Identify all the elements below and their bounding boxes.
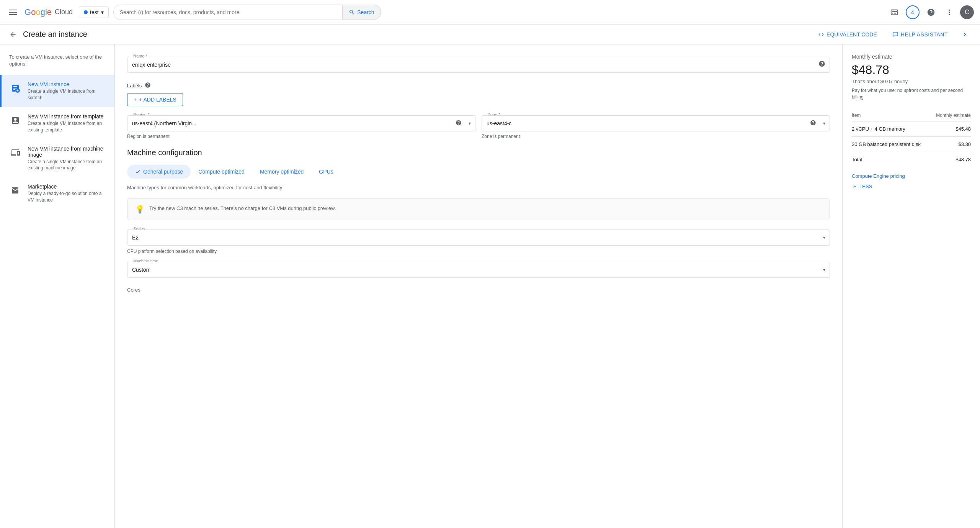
project-name: test bbox=[90, 9, 99, 15]
tab-gpus[interactable]: GPUs bbox=[311, 165, 341, 179]
sidebar-item-vm-template-title: New VM instance from template bbox=[28, 113, 105, 120]
more-vert-icon bbox=[945, 8, 954, 16]
sidebar-item-marketplace[interactable]: Marketplace Deploy a ready-to-go solutio… bbox=[0, 177, 114, 210]
pricing-total-cost: $48.78 bbox=[931, 152, 971, 167]
machine-tabs: General purpose Compute optimized Memory… bbox=[127, 165, 830, 179]
zone-field: Zone * us-east4-c ▾ bbox=[482, 115, 830, 139]
sidebar-item-vm-image-desc: Create a single VM instance from an exis… bbox=[28, 159, 105, 172]
pricing-row-1-cost: $3.30 bbox=[931, 136, 971, 152]
series-field-wrapper: Series E2 ▾ bbox=[127, 230, 830, 246]
region-info-icon[interactable] bbox=[456, 120, 462, 127]
pricing-panel: Monthly estimate $48.78 That's about $0.… bbox=[842, 44, 980, 528]
terminal-icon-button[interactable] bbox=[887, 5, 902, 20]
code-icon bbox=[818, 31, 824, 38]
vm-template-icon bbox=[9, 114, 21, 126]
sidebar-item-new-vm[interactable]: + New VM instance Create a single VM ins… bbox=[0, 75, 114, 107]
search-button-label: Search bbox=[357, 9, 374, 15]
pricing-table: Item Monthly estimate 2 vCPU + 4 GB memo… bbox=[852, 110, 971, 167]
terminal-icon bbox=[890, 8, 898, 16]
avatar[interactable]: C bbox=[960, 5, 974, 19]
region-select[interactable]: us-east4 (Northern Virgin... bbox=[127, 115, 475, 131]
help-assistant-label: HELP ASSISTANT bbox=[901, 31, 948, 38]
cores-label: Cores bbox=[127, 287, 140, 293]
region-zone-container: Region * us-east4 (Northern Virgin... ▾ bbox=[127, 115, 830, 139]
tab-memory-label: Memory optimized bbox=[260, 169, 304, 175]
sidebar-item-marketplace-title: Marketplace bbox=[28, 184, 105, 190]
sidebar-item-vm-image-title: New VM instance from machine image bbox=[28, 146, 105, 158]
nav-icons: 4 C bbox=[887, 5, 974, 20]
equivalent-code-button[interactable]: EQUIVALENT CODE bbox=[813, 29, 882, 40]
sidebar-intro: To create a VM instance, select one of t… bbox=[0, 54, 114, 75]
svg-text:+: + bbox=[16, 89, 19, 93]
sidebar-item-vm-template[interactable]: New VM instance from template Create a s… bbox=[0, 107, 114, 139]
sidebar-item-new-vm-desc: Create a single VM instance from scratch bbox=[28, 88, 105, 101]
add-labels-label: + ADD LABELS bbox=[139, 97, 176, 103]
more-options-icon-button[interactable] bbox=[942, 5, 957, 20]
tab-general-label: General purpose bbox=[143, 169, 183, 175]
search-input[interactable] bbox=[120, 9, 343, 15]
collapse-button[interactable] bbox=[959, 28, 971, 41]
less-button[interactable]: LESS bbox=[852, 184, 872, 190]
less-label: LESS bbox=[859, 184, 872, 189]
sub-header-actions: EQUIVALENT CODE HELP ASSISTANT bbox=[813, 28, 971, 41]
machine-type-field-wrapper: Machine type Custom ▾ bbox=[127, 262, 830, 278]
pricing-row-0-cost: $45.48 bbox=[931, 121, 971, 136]
zone-note: Zone is permanent bbox=[482, 134, 830, 139]
tab-compute-optimized[interactable]: Compute optimized bbox=[191, 165, 252, 179]
chevron-up-icon bbox=[852, 184, 858, 190]
search-icon bbox=[349, 9, 355, 15]
tab-compute-label: Compute optimized bbox=[198, 169, 245, 175]
content-area: Name * Labels + + ADD LABELS bbox=[115, 44, 842, 528]
name-help-icon[interactable] bbox=[818, 61, 825, 69]
help-icon-button[interactable] bbox=[923, 5, 939, 20]
zone-info-icon[interactable] bbox=[810, 120, 816, 127]
main-layout: To create a VM instance, select one of t… bbox=[0, 44, 980, 528]
pricing-row-1: 30 GB balanced persistent disk $3.30 bbox=[852, 136, 971, 152]
tab-general-purpose[interactable]: General purpose bbox=[127, 165, 191, 179]
help-icon bbox=[927, 8, 935, 16]
page-title: Create an instance bbox=[23, 30, 807, 39]
pricing-total-row: Total $48.78 bbox=[852, 152, 971, 167]
equiv-code-label: EQUIVALENT CODE bbox=[826, 31, 877, 38]
help-assistant-button[interactable]: HELP ASSISTANT bbox=[888, 29, 952, 40]
machine-tab-description: Machine types for common workloads, opti… bbox=[127, 185, 830, 190]
pricing-total-label: Total bbox=[852, 152, 931, 167]
region-note: Region is permanent bbox=[127, 134, 475, 139]
cpu-note: CPU platform selection based on availabi… bbox=[127, 249, 830, 254]
pricing-row-1-item: 30 GB balanced persistent disk bbox=[852, 136, 931, 152]
back-button[interactable] bbox=[9, 31, 17, 38]
labels-section: Labels + + ADD LABELS bbox=[127, 82, 830, 106]
chat-icon bbox=[892, 31, 898, 38]
google-wordmark: G o o g l e bbox=[24, 7, 52, 17]
labels-label: Labels bbox=[127, 83, 142, 89]
labels-help-icon[interactable] bbox=[145, 82, 151, 89]
pricing-col-estimate: Monthly estimate bbox=[931, 110, 971, 121]
vm-image-icon bbox=[9, 146, 21, 159]
notification-count[interactable]: 4 bbox=[906, 5, 920, 19]
hamburger-menu[interactable] bbox=[6, 7, 20, 18]
search-button[interactable]: Search bbox=[342, 5, 381, 20]
machine-config-title: Machine configuration bbox=[127, 148, 830, 157]
machine-type-select[interactable]: Custom bbox=[127, 262, 830, 278]
info-box: 💡 Try the new C3 machine series. There's… bbox=[127, 198, 830, 220]
add-labels-button[interactable]: + + ADD LABELS bbox=[127, 93, 183, 106]
google-cloud-logo: G o o g l e Cloud bbox=[24, 7, 73, 17]
compute-engine-pricing-link[interactable]: Compute Engine pricing bbox=[852, 173, 971, 179]
name-input[interactable] bbox=[127, 57, 830, 73]
pricing-col-item: Item bbox=[852, 110, 931, 121]
sidebar: To create a VM instance, select one of t… bbox=[0, 44, 115, 528]
sidebar-item-vm-image[interactable]: New VM instance from machine image Creat… bbox=[0, 139, 114, 178]
tab-memory-optimized[interactable]: Memory optimized bbox=[252, 165, 311, 179]
zone-select[interactable]: us-east4-c bbox=[482, 115, 830, 131]
pricing-row-0-item: 2 vCPU + 4 GB memory bbox=[852, 121, 931, 136]
project-dropdown-icon: ▾ bbox=[101, 9, 104, 15]
series-select[interactable]: E2 bbox=[127, 230, 830, 246]
notification-badge[interactable]: 4 bbox=[905, 5, 920, 20]
pricing-amount: $48.78 bbox=[852, 63, 971, 77]
back-arrow-icon bbox=[9, 31, 17, 38]
name-field-label: Name * bbox=[132, 54, 149, 58]
project-dot-icon bbox=[84, 10, 88, 14]
lightbulb-icon: 💡 bbox=[135, 205, 145, 214]
pricing-row-0: 2 vCPU + 4 GB memory $45.48 bbox=[852, 121, 971, 136]
project-selector[interactable]: test ▾ bbox=[79, 7, 109, 18]
